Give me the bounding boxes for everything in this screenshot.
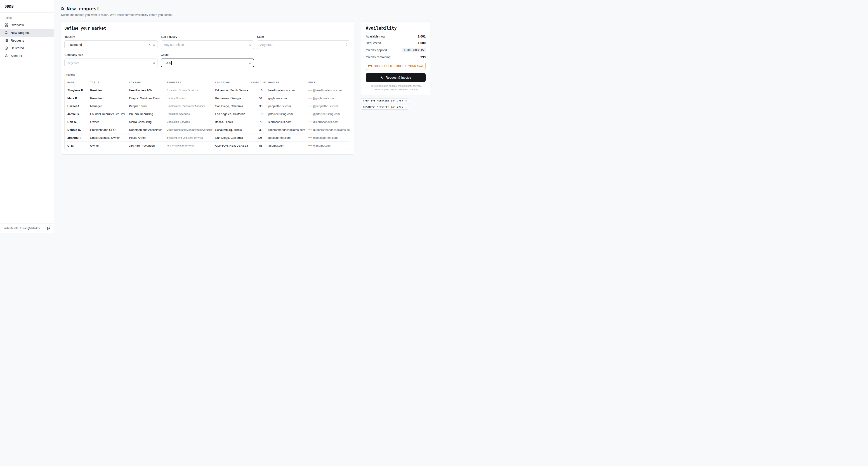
cell-location: San Diego, California (213, 134, 248, 142)
cell-location: Schaumburg, Illinois (213, 126, 248, 134)
number-spinner-icon[interactable] (249, 61, 251, 65)
cell-email: ••••@postalannex.com (306, 134, 350, 142)
sub-industry-value: Any sub-niche (164, 43, 249, 46)
page-header: New request Define the market you want t… (61, 6, 430, 17)
credit-card-icon (368, 64, 372, 68)
sparkles-icon (380, 76, 383, 79)
credits-badge: 1,000 CREDITS (402, 48, 426, 53)
availability-footnote: Preview remains partially masked until d… (367, 84, 425, 92)
table-row: Hazael A. Manager People Thrust Employme… (65, 102, 350, 110)
credits-remaining-label: Credits remaining (366, 55, 391, 59)
cell-headcount: 32 (248, 126, 266, 134)
cell-headcount: 55 (248, 142, 266, 150)
cell-title: President (88, 94, 126, 102)
company-size-field: Company size Any size (64, 53, 158, 67)
cell-headcount: 38 (248, 102, 266, 110)
market-form-card: Define your market Industry 2 selected ×… (61, 21, 354, 155)
filter-chip-label: BUSINESS SERVICES (63,422) (363, 106, 403, 109)
cell-location: Edgemont, South Dakota (213, 86, 248, 94)
active-filter-chips: CREATIVE AGENCIES (44,778) × BUSINESS SE… (361, 98, 430, 110)
page-title: New request (67, 6, 100, 11)
credit-warning-text: THIS REQUEST EXCEEDS YOUR AVAILABLE CRED… (373, 65, 423, 67)
available-now-label: Available now (366, 35, 385, 38)
sidebar: DDDB Portal Overview New Request Request… (0, 0, 54, 233)
chevron-up-down-icon (153, 43, 155, 46)
brand-logo: DDDB (0, 0, 54, 13)
sidebar-section-label: Portal (0, 13, 54, 21)
sidebar-item-new-request[interactable]: New Request (0, 29, 54, 37)
cell-domain: prtnrrecruiting.com (266, 110, 306, 118)
cell-domain: sierraconsult.com (266, 118, 306, 126)
count-label: Count (161, 53, 254, 57)
cell-title: Owner (88, 118, 126, 126)
filter-chip-business-services: BUSINESS SERVICES (63,422) × (361, 105, 409, 110)
request-invoice-button[interactable]: Request & Invoice (366, 73, 426, 82)
state-select[interactable]: Any state (257, 40, 350, 49)
remove-filter-icon[interactable]: × (405, 106, 407, 109)
cell-company: HeadHunters NW (126, 86, 164, 94)
text-caret (171, 61, 172, 65)
clear-icon[interactable]: × (149, 43, 151, 46)
cell-company: Postal Annex (126, 134, 164, 142)
chevron-up-down-icon (249, 43, 252, 46)
page-subtitle: Define the market you want to reach. We'… (61, 13, 430, 17)
credit-warning-banner: THIS REQUEST EXCEEDS YOUR AVAILABLE CRED… (366, 62, 426, 70)
cell-location: San Diego, California (213, 102, 248, 110)
sidebar-item-requests[interactable]: Requests (0, 37, 54, 44)
check-circle-icon (4, 46, 8, 50)
requested-value: 1,000 (418, 41, 426, 45)
cell-domain: gsghome.com (266, 94, 306, 102)
table-row: Dennis R. President and CEO Roberson and… (65, 126, 350, 134)
count-input[interactable]: 1000 (161, 59, 254, 67)
credits-remaining-row: Credits remaining 333 (366, 55, 426, 59)
sub-industry-select[interactable]: Any sub-niche (161, 40, 254, 49)
cell-industry: Consulting Services (164, 118, 213, 126)
state-field: State Any state (257, 35, 350, 49)
preview-label: Preview (64, 73, 350, 76)
table-row: Jamie G. Founder Recruiter Biz Dev PRTNR… (65, 110, 350, 118)
cell-location: Los Angeles, California (213, 110, 248, 118)
cell-location: Itasca, Illinois (213, 118, 248, 126)
cell-location: CLIFTON, NEW JERSEY (213, 142, 248, 150)
request-invoice-label: Request & Invoice (385, 76, 411, 79)
credits-applied-row: Credits applied 1,000 CREDITS (366, 48, 426, 53)
column-header-title: TITLE (88, 79, 126, 86)
sidebar-item-overview[interactable]: Overview (0, 21, 54, 29)
company-size-select[interactable]: Any size (64, 59, 158, 67)
table-row: Cj M. Owner 360 Fire Prevention Fire Pro… (65, 142, 350, 150)
logout-icon[interactable] (47, 226, 51, 230)
chevron-up-down-icon (153, 61, 155, 65)
credits-remaining-value: 333 (421, 55, 426, 59)
cell-company: Roberson and Associates (126, 126, 164, 134)
filter-chip-label: CREATIVE AGENCIES (44,778) (363, 99, 403, 102)
table-row: Joanna R. Small Business Owner Postal An… (65, 134, 350, 142)
cell-email: ••••@prtnrrecruiting.com (306, 110, 350, 118)
cell-industry: Shipping and Logistics Services (164, 134, 213, 142)
company-size-label: Company size (64, 53, 158, 57)
cell-company: People Thrust (126, 102, 164, 110)
count-field: Count 1000 (161, 53, 254, 67)
right-column: Availability Available now 1,001 Request… (361, 21, 430, 110)
table-row: Ron S. Owner Sierra Consulting Consultin… (65, 118, 350, 126)
cell-company: PRTNR Recruiting (126, 110, 164, 118)
cell-location: Kennesaw, Georgia (213, 94, 248, 102)
sub-industry-label: Sub-industry (161, 35, 254, 38)
column-header-company: COMPANY (126, 79, 164, 86)
availability-title: Availability (366, 26, 426, 31)
industry-select[interactable]: 2 selected × (64, 40, 158, 49)
cell-title: Small Business Owner (88, 134, 126, 142)
credits-applied-label: Credits applied (366, 49, 387, 52)
cell-name: Dennis R. (65, 126, 88, 134)
remove-filter-icon[interactable]: × (405, 99, 407, 102)
cell-headcount: 9 (248, 110, 266, 118)
table-row: Mark P. President Graphic Solutions Grou… (65, 94, 350, 102)
industry-field: Industry 2 selected × (64, 35, 158, 49)
cell-name: Jamie G. (65, 110, 88, 118)
cell-industry: Printing Services (164, 94, 213, 102)
market-form-heading: Define your market (64, 26, 350, 31)
sidebar-item-label: Delivered (11, 46, 24, 50)
table-row: Shaylene K. President HeadHunters NW Exe… (65, 86, 350, 94)
sidebar-item-account[interactable]: Account (0, 52, 54, 60)
cell-title: President (88, 86, 126, 94)
sidebar-item-delivered[interactable]: Delivered (0, 44, 54, 52)
